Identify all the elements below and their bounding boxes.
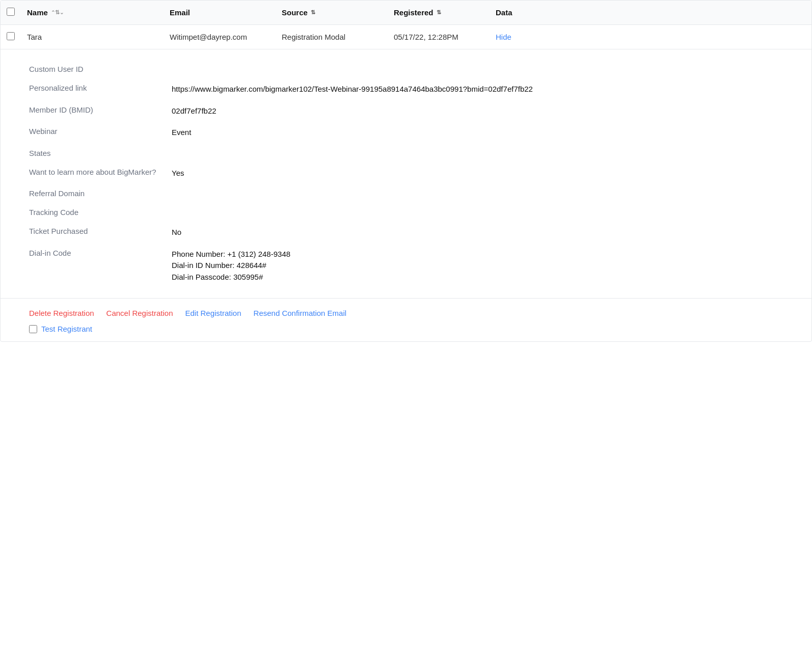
table-header: Name ⇅ Email Source ⇅ Registered ⇅ Data — [1, 1, 811, 25]
row-name: Tara — [21, 33, 164, 41]
row-checkbox-cell — [1, 32, 21, 42]
detail-member-id: Member ID (BMID) 02df7ef7fb22 — [29, 100, 791, 122]
cancel-registration-button[interactable]: Cancel Registration — [106, 309, 173, 317]
select-all-checkbox-cell — [1, 8, 21, 17]
row-source: Registration Modal — [276, 33, 388, 41]
detail-states: States — [29, 144, 791, 163]
detail-label-dial-in-code: Dial-in Code — [29, 249, 172, 257]
column-header-data: Data — [490, 8, 530, 17]
detail-label-referral-domain: Referral Domain — [29, 189, 172, 198]
column-email-label: Email — [170, 8, 190, 17]
detail-value-learn-more: Yes — [172, 168, 791, 179]
detail-tracking-code: Tracking Code — [29, 203, 791, 222]
table-row: Tara Witimpet@dayrep.com Registration Mo… — [1, 25, 811, 49]
column-source-label: Source — [282, 8, 308, 17]
detail-value-ticket-purchased: No — [172, 227, 791, 238]
detail-label-personalized-link: Personalized link — [29, 84, 172, 92]
test-registrant-checkbox[interactable] — [29, 325, 37, 333]
detail-personalized-link: Personalized link https://www.bigmarker.… — [29, 78, 791, 100]
detail-custom-user-id: Custom User ID — [29, 60, 791, 78]
delete-registration-button[interactable]: Delete Registration — [29, 309, 94, 317]
row-email: Witimpet@dayrep.com — [164, 33, 276, 41]
source-sort-icon: ⇅ — [311, 9, 315, 16]
detail-label-tracking-code: Tracking Code — [29, 208, 172, 217]
detail-label-ticket-purchased: Ticket Purchased — [29, 227, 172, 235]
actions-row: Delete Registration Cancel Registration … — [1, 299, 811, 322]
registered-sort-icon: ⇅ — [437, 9, 441, 16]
column-header-source[interactable]: Source ⇅ — [276, 8, 388, 17]
column-header-email: Email — [164, 8, 276, 17]
detail-webinar: Webinar Event — [29, 122, 791, 144]
detail-value-member-id: 02df7ef7fb22 — [172, 105, 791, 117]
detail-ticket-purchased: Ticket Purchased No — [29, 222, 791, 244]
detail-value-webinar: Event — [172, 127, 791, 139]
name-sort-icon: ⇅ — [51, 10, 64, 15]
column-data-label: Data — [496, 8, 512, 17]
expanded-detail-section: Custom User ID Personalized link https:/… — [1, 49, 811, 299]
column-header-name[interactable]: Name ⇅ — [21, 8, 164, 17]
detail-label-webinar: Webinar — [29, 127, 172, 136]
column-header-registered[interactable]: Registered ⇅ — [388, 8, 490, 17]
registrations-table: Name ⇅ Email Source ⇅ Registered ⇅ Data … — [0, 0, 812, 342]
hide-button[interactable]: Hide — [490, 33, 530, 41]
detail-label-member-id: Member ID (BMID) — [29, 105, 172, 114]
test-registrant-row: Test Registrant — [1, 322, 811, 341]
row-registered: 05/17/22, 12:28PM — [388, 33, 490, 41]
detail-dial-in-code: Dial-in Code Phone Number: +1 (312) 248-… — [29, 244, 791, 288]
resend-confirmation-button[interactable]: Resend Confirmation Email — [254, 309, 347, 317]
column-name-label: Name — [27, 8, 48, 17]
detail-label-learn-more: Want to learn more about BigMarker? — [29, 168, 172, 176]
column-registered-label: Registered — [394, 8, 434, 17]
test-registrant-label: Test Registrant — [41, 325, 92, 333]
detail-learn-more: Want to learn more about BigMarker? Yes — [29, 163, 791, 184]
row-checkbox[interactable] — [7, 32, 15, 40]
detail-value-dial-in-code: Phone Number: +1 (312) 248-9348 Dial-in … — [172, 249, 791, 283]
detail-label-custom-user-id: Custom User ID — [29, 65, 172, 73]
select-all-checkbox[interactable] — [7, 8, 15, 16]
detail-label-states: States — [29, 149, 172, 157]
detail-referral-domain: Referral Domain — [29, 184, 791, 203]
detail-value-personalized-link: https://www.bigmarker.com/bigmarker102/T… — [172, 84, 791, 95]
edit-registration-button[interactable]: Edit Registration — [185, 309, 241, 317]
